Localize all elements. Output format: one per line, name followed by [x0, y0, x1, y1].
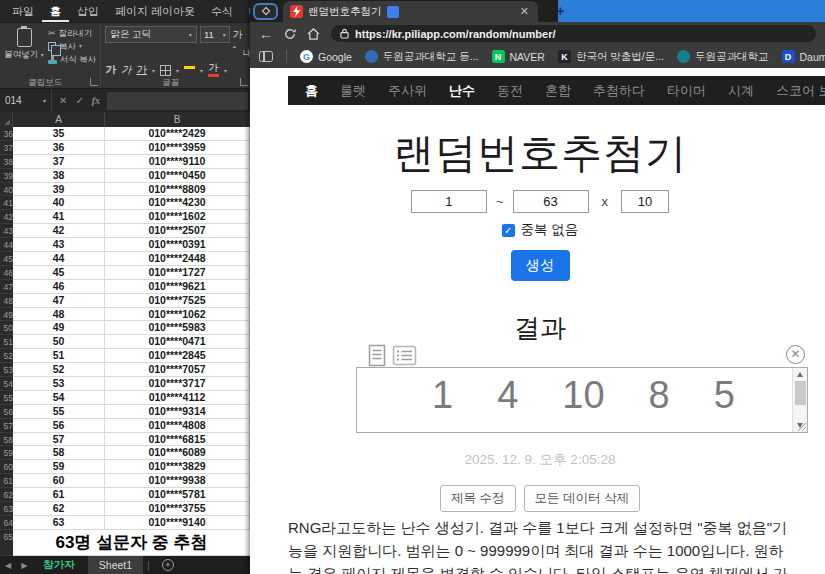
sheet-prev-icon[interactable]: ◀: [0, 561, 16, 570]
cell-b-value[interactable]: 010****8809: [105, 183, 250, 197]
cell-b-value[interactable]: 010****4230: [105, 196, 250, 210]
no-duplicates-checkbox[interactable]: ✓: [502, 224, 515, 237]
scroll-up-icon[interactable]: [793, 368, 807, 381]
column-header-a[interactable]: A: [13, 112, 105, 127]
table-row[interactable]: 4443010****0391: [0, 238, 250, 252]
cell-a-value[interactable]: 54: [13, 391, 105, 405]
cell-b-value[interactable]: 010****6815: [105, 433, 250, 447]
cell-a-value[interactable]: 36: [13, 141, 105, 155]
range-from-input[interactable]: [411, 190, 487, 213]
resize-grip-icon[interactable]: [796, 421, 806, 431]
cell-b-value[interactable]: 010****3755: [105, 502, 250, 516]
cell-a-value[interactable]: 60: [13, 474, 105, 488]
cell-b-value[interactable]: 010****1062: [105, 308, 250, 322]
nav-item-추첨하다[interactable]: 추첨하다: [582, 82, 656, 100]
edit-title-button[interactable]: 제목 수정: [440, 485, 515, 512]
bookmark-item[interactable]: 두원공과대학교 등...: [365, 50, 479, 64]
tab-close-icon[interactable]: ✕: [518, 5, 531, 18]
table-row[interactable]: 4342010****2507: [0, 224, 250, 238]
new-tab-icon[interactable]: +: [556, 1, 565, 21]
cell-b-value[interactable]: 010****0450: [105, 169, 250, 183]
cell-b-value[interactable]: 010****9314: [105, 405, 250, 419]
column-header-b[interactable]: B: [105, 112, 250, 127]
range-to-input[interactable]: [513, 190, 589, 213]
cancel-entry-icon[interactable]: ✕: [59, 95, 67, 106]
table-row[interactable]: 5150010****0471: [0, 335, 250, 349]
cell-b-value[interactable]: 010****2845: [105, 349, 250, 363]
cell-b-value[interactable]: 010****0471: [105, 335, 250, 349]
table-row[interactable]: 5958010****6089: [0, 446, 250, 460]
ribbon-tab-페이지 레이아웃[interactable]: 페이지 레이아웃: [107, 0, 203, 22]
table-row[interactable]: 6463010****9140: [0, 516, 250, 530]
font-name-select[interactable]: 맑은 고딕▾: [105, 26, 197, 43]
ribbon-tab-삽입[interactable]: 삽입: [69, 0, 107, 22]
select-all-corner[interactable]: [0, 112, 13, 127]
scrollbar-thumb[interactable]: [795, 381, 806, 405]
copy-button[interactable]: 복사 ▾: [48, 41, 96, 52]
insert-function-icon[interactable]: fx: [92, 95, 100, 106]
cell-a-value[interactable]: 63: [13, 516, 105, 530]
split-screen-icon[interactable]: [259, 51, 273, 62]
cell-a-value[interactable]: 45: [13, 266, 105, 280]
add-sheet-icon[interactable]: +: [162, 559, 174, 571]
name-box[interactable]: 014▾: [0, 89, 52, 112]
cut-button[interactable]: ✂잘라내기: [48, 28, 96, 39]
nav-item-룰렛[interactable]: 룰렛: [329, 82, 377, 100]
ribbon-tab-파일[interactable]: 파일: [4, 0, 42, 22]
nav-item-시계[interactable]: 시계: [717, 82, 765, 100]
paste-button[interactable]: 붙여넣기 ▾: [4, 26, 44, 76]
cell-b-value[interactable]: 010****9110: [105, 155, 250, 169]
cell-a-value[interactable]: 51: [13, 349, 105, 363]
cell-b-value[interactable]: 010****3829: [105, 460, 250, 474]
sheet-tab-참가자[interactable]: 참가자: [32, 556, 86, 574]
nav-item-홈[interactable]: 홈: [294, 82, 329, 100]
bookmark-item[interactable]: GGoogle: [300, 50, 352, 63]
cell-b-value[interactable]: 010****9938: [105, 474, 250, 488]
table-row[interactable]: 5049010****5983: [0, 321, 250, 335]
cell-a-value[interactable]: 62: [13, 502, 105, 516]
bookmark-item[interactable]: 두원공과대학교: [677, 50, 769, 64]
underline-button[interactable]: 가: [136, 63, 147, 77]
cell-b-value[interactable]: 010****4808: [105, 419, 250, 433]
table-row[interactable]: 4948010****1062: [0, 308, 250, 322]
font-size-select[interactable]: 11▾: [200, 26, 230, 43]
dialog-launcher-icon[interactable]: [240, 78, 248, 86]
sheet-next-icon[interactable]: ▶: [16, 561, 32, 570]
cell-a-value[interactable]: 50: [13, 335, 105, 349]
cell-b-value[interactable]: 010****7525: [105, 294, 250, 308]
close-result-icon[interactable]: ✕: [786, 345, 805, 364]
table-row[interactable]: 5554010****4112: [0, 391, 250, 405]
cell-a-value[interactable]: 42: [13, 224, 105, 238]
table-row[interactable]: 5453010****3717: [0, 377, 250, 391]
nav-item-동전[interactable]: 동전: [486, 82, 534, 100]
bookmark-item[interactable]: K한국어 맞춤법/문...: [558, 50, 664, 64]
cell-b-value[interactable]: 010****3717: [105, 377, 250, 391]
table-row[interactable]: 6261010****5781: [0, 488, 250, 502]
cell-b-value[interactable]: 010****2429: [105, 127, 250, 141]
cell-b-value[interactable]: 010****4112: [105, 391, 250, 405]
nav-item-타이머[interactable]: 타이머: [656, 82, 717, 100]
cell-a-value[interactable]: 53: [13, 377, 105, 391]
cell-b-value[interactable]: 010****1727: [105, 266, 250, 280]
cell-a-value[interactable]: 48: [13, 308, 105, 322]
cell-b-value[interactable]: 010****5983: [105, 321, 250, 335]
generate-button[interactable]: 생성: [511, 250, 570, 281]
cell-b-value[interactable]: 010****9621: [105, 280, 250, 294]
cell-a-value[interactable]: 57: [13, 433, 105, 447]
font-color-button[interactable]: 가: [208, 63, 219, 77]
nav-item-주사위[interactable]: 주사위: [377, 82, 438, 100]
nav-item-난수[interactable]: 난수: [438, 82, 486, 100]
cell-b-value[interactable]: 010****1602: [105, 210, 250, 224]
cell-b-value[interactable]: 010****2448: [105, 252, 250, 266]
sheet-tab-Sheet1[interactable]: Sheet1: [88, 556, 143, 574]
bookmark-item[interactable]: NNAVER: [492, 50, 545, 63]
workspace-icon[interactable]: [253, 3, 278, 20]
table-row[interactable]: 4746010****9621: [0, 280, 250, 294]
back-icon[interactable]: ←: [259, 26, 273, 42]
table-row[interactable]: 5857010****6815: [0, 433, 250, 447]
cell-a-value[interactable]: 44: [13, 252, 105, 266]
italic-button[interactable]: 가: [121, 63, 132, 77]
bookmark-item[interactable]: DDaum: [782, 50, 825, 63]
formula-input[interactable]: [107, 92, 248, 110]
borders-icon[interactable]: [160, 65, 171, 76]
